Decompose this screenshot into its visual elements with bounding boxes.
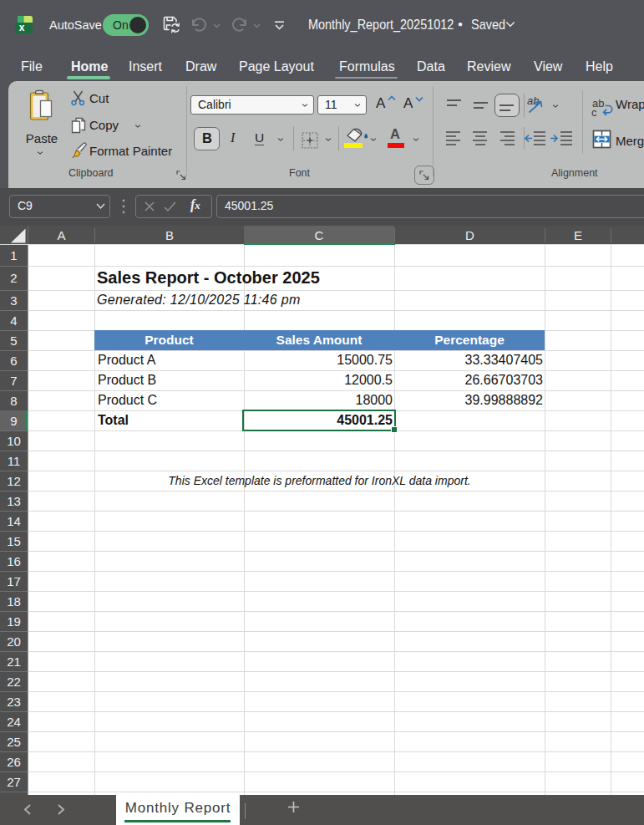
svg-text:x: x [19, 22, 25, 33]
